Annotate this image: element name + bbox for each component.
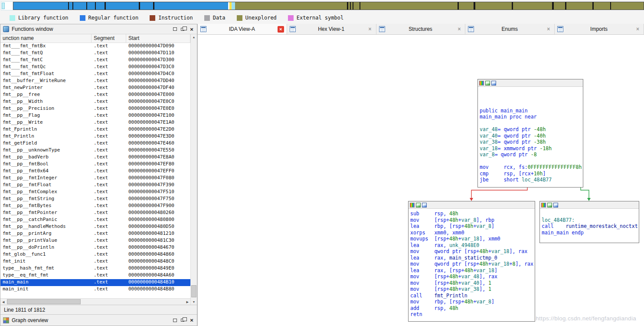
nav-band-segment[interactable] [96, 2, 105, 10]
table-row[interactable]: fmt_init.text00000000004848C0 [0, 258, 190, 265]
node-title-bar[interactable] [409, 201, 535, 209]
node-group-icon[interactable] [491, 81, 496, 86]
table-row[interactable]: fmt__pp__fmtInteger.text000000000047F080 [0, 175, 190, 182]
column-segment[interactable]: Segment [92, 34, 126, 43]
nav-band-segment[interactable] [13, 2, 68, 10]
nav-band-segment[interactable] [594, 2, 610, 10]
nav-band-segment[interactable] [235, 2, 347, 10]
table-row[interactable]: fmt_newPrinter.text000000000047DF40 [0, 85, 190, 92]
float-icon[interactable] [181, 319, 184, 322]
table-row[interactable]: fmt__pp__unknownType.text000000000047E55… [0, 147, 190, 154]
tab-close-icon[interactable]: × [634, 26, 641, 33]
nav-band-segment[interactable] [106, 2, 139, 10]
tab-imports[interactable]: Imports× [555, 24, 644, 34]
nav-band-handle[interactable] [1, 1, 13, 10]
scroll-right-icon[interactable]: ▶ [186, 299, 190, 305]
graph-canvas[interactable]: https://blog.csdn.net/fengfangdiandia pu… [198, 35, 644, 326]
node-image-icon[interactable] [485, 81, 490, 86]
table-row[interactable]: fmt__pp__catchPanic.text0000000000480800 [0, 217, 190, 224]
nav-band-segment[interactable] [475, 2, 512, 10]
table-row[interactable]: fmt__pp__printValue.text0000000000481C30 [0, 237, 190, 244]
tab-close-icon[interactable]: × [367, 26, 373, 33]
table-row[interactable]: fmt___fmt_fmtQ.text000000000047D110 [0, 50, 190, 57]
nav-band-segment[interactable] [554, 2, 565, 10]
nav-band-segment[interactable] [611, 2, 644, 10]
table-row[interactable]: main_init.text0000000000484B80 [0, 286, 190, 293]
table-row[interactable]: fmt_Fprintln.text000000000047E2D0 [0, 126, 190, 133]
nav-band-segment[interactable] [69, 2, 72, 10]
table-row[interactable]: fmt__pp__fmtBool.text000000000047EF80 [0, 161, 190, 168]
table-row[interactable]: fmt__pp__badVerb.text000000000047E8A0 [0, 154, 190, 161]
node-color-icon[interactable] [541, 203, 546, 207]
table-row[interactable]: fmt__pp__fmt0x64.text000000000047EFF0 [0, 168, 190, 175]
scroll-up-icon[interactable]: ▲ [192, 34, 196, 40]
node-loc-484B77[interactable]: loc_484B77:call runtime_morestack_noctxt… [539, 201, 639, 243]
close-icon[interactable]: × [189, 317, 194, 323]
table-row[interactable]: fmt__pp__Write.text000000000047E1A0 [0, 119, 190, 126]
tab-close-icon[interactable]: × [278, 26, 284, 33]
restore-icon[interactable] [173, 27, 177, 31]
tab-close-icon[interactable]: × [545, 26, 552, 33]
tab-structures[interactable]: Structures× [376, 24, 466, 34]
table-row[interactable]: fmt___fmt_fmtQc.text000000000047D3C0 [0, 64, 190, 71]
nav-band-segment[interactable] [87, 2, 95, 10]
table-row[interactable]: fmt__buffer__WriteRune.text000000000047D… [0, 78, 190, 85]
node-title-bar[interactable] [540, 201, 639, 209]
table-row[interactable]: main_main.text0000000000484B10 [0, 279, 190, 286]
node-color-icon[interactable] [410, 203, 415, 207]
table-row[interactable]: fmt__pp__Width.text000000000047E0C0 [0, 99, 190, 105]
table-row[interactable]: fmt___fmt_fmtFloat.text000000000047D4C0 [0, 71, 190, 78]
column-function-name[interactable]: unction name [0, 34, 92, 43]
table-row[interactable]: type__hash_fmt_fmt.text00000000004849E0 [0, 265, 190, 272]
nav-band-segment[interactable] [140, 2, 153, 10]
nav-band-segment[interactable] [73, 2, 86, 10]
horizontal-scroll-thumb[interactable] [7, 299, 81, 304]
node-main-main-body[interactable]: sub rsp, 48hmov [rsp+48h+var_8], rbplea … [408, 201, 535, 322]
graph-overview-titlebar[interactable]: Graph overview × [0, 314, 197, 326]
node-group-icon[interactable] [422, 203, 427, 207]
tab-ida-view-a[interactable]: IDA View-A× [198, 24, 287, 34]
table-row[interactable]: fmt__pp__fmtFloat.text000000000047F390 [0, 182, 190, 189]
tab-hex-view-1[interactable]: Hex View-1× [287, 24, 376, 34]
table-row[interactable]: fmt__pp__handleMethods.text0000000000480… [0, 224, 190, 231]
nav-band-segment[interactable] [353, 2, 360, 10]
node-main-main-header[interactable]: public main_mainmain_main proc near var_… [477, 79, 583, 188]
restore-icon[interactable] [173, 319, 177, 322]
table-row[interactable]: type__eq_fmt_fmt.text0000000000484A60 [0, 272, 190, 279]
node-group-icon[interactable] [553, 203, 558, 207]
node-image-icon[interactable] [547, 203, 552, 207]
scroll-left-icon[interactable]: ◀ [1, 299, 5, 305]
table-row[interactable]: fmt__pp__fmtBytes.text000000000047F900 [0, 203, 190, 210]
nav-band-segment[interactable] [360, 2, 458, 10]
column-start[interactable]: Start [126, 34, 190, 43]
tab-enums[interactable]: Enums× [465, 24, 555, 34]
table-row[interactable]: fmt__pp__free.text000000000047E000 [0, 92, 190, 99]
nav-band-segment[interactable] [232, 2, 235, 10]
node-image-icon[interactable] [416, 203, 421, 207]
table-row[interactable]: fmt__pp__printArg.text0000000000481210 [0, 231, 190, 237]
table-row[interactable]: fmt__pp__fmtComplex.text000000000047F510 [0, 189, 190, 196]
nav-band-segment[interactable] [459, 2, 474, 10]
vertical-scrollbar[interactable]: ▲ ▼ [190, 34, 197, 305]
nav-band[interactable] [13, 2, 644, 10]
tab-close-icon[interactable]: × [456, 26, 462, 33]
table-row[interactable]: fmt__pp__doPrintln.text0000000000484670 [0, 244, 190, 251]
functions-window-titlebar[interactable]: Functions window × [0, 24, 197, 34]
horizontal-scrollbar[interactable]: ◀ ▶ [0, 298, 190, 305]
table-row[interactable]: fmt___fmt_fmtBx.text000000000047D090 [0, 43, 190, 50]
float-icon[interactable] [181, 28, 184, 31]
table-row[interactable]: fmt_getField.text000000000047E460 [0, 140, 190, 147]
vertical-scroll-thumb[interactable] [191, 285, 196, 297]
table-row[interactable]: fmt__pp__fmtString.text000000000047F750 [0, 196, 190, 203]
table-row[interactable]: fmt__pp__Precision.text000000000047E0E0 [0, 105, 190, 112]
nav-band-segment[interactable] [154, 2, 228, 10]
table-row[interactable]: fmt__pp__fmtPointer.text0000000000480260 [0, 210, 190, 217]
node-title-bar[interactable] [478, 79, 583, 87]
nav-band-segment[interactable] [513, 2, 552, 10]
close-icon[interactable]: × [189, 26, 194, 32]
table-row[interactable]: fmt_Println.text000000000047E3D0 [0, 133, 190, 140]
table-row[interactable]: fmt___fmt_fmtC.text000000000047D300 [0, 57, 190, 64]
table-row[interactable]: fmt_glob__func1.text0000000000484860 [0, 251, 190, 258]
scroll-down-icon[interactable]: ▼ [192, 299, 196, 305]
node-color-icon[interactable] [479, 81, 484, 86]
